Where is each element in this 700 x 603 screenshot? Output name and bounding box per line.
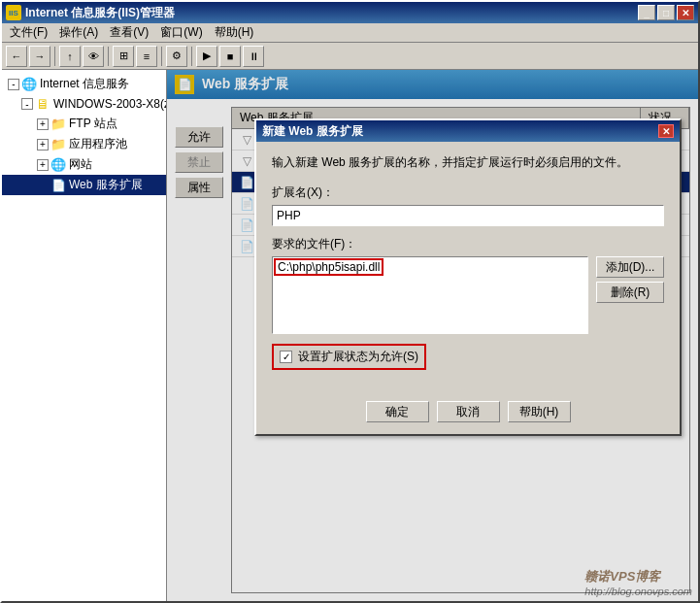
tree-webext[interactable]: 📄 Web 服务扩展 [2,175,166,195]
apppool-expand[interactable]: + [37,139,49,151]
checkbox-label: 设置扩展状态为允许(S) [298,349,418,365]
tree-website-label: 网站 [69,156,92,173]
tree-server[interactable]: - 🖥 WINDOWS-2003-X8(z [2,94,166,114]
show-hide-button[interactable]: 👁 [83,46,104,67]
files-label: 要求的文件(F)： [272,236,664,252]
new-extension-dialog: 新建 Web 服务扩展 ✕ 输入新建 Web 服务扩展的名称，并指定扩展运行时必… [254,118,682,436]
webext-icon: 📄 [50,178,66,193]
menu-action[interactable]: 操作(A) [53,24,104,42]
properties-button[interactable]: ⚙ [166,46,187,67]
root-expand[interactable]: - [8,79,19,90]
close-button[interactable]: ✕ [677,5,694,20]
dialog-body: 输入新建 Web 服务扩展的名称，并指定扩展运行时必须启用的文件。 扩展名(X)… [256,142,680,393]
tree-ftp-label: FTP 站点 [69,116,117,132]
minimize-button[interactable]: _ [638,5,655,20]
watermark-line1: 赣诺VPS博客 [584,568,692,586]
dialog-title-text: 新建 Web 服务扩展 [262,123,363,140]
tree-website[interactable]: + 🌐 网站 [2,154,166,175]
server-icon: 🖥 [35,96,50,112]
menu-bar: 文件(F) 操作(A) 查看(V) 窗口(W) 帮助(H) [2,23,698,43]
menu-help[interactable]: 帮助(H) [209,24,260,42]
view-button[interactable]: ⊞ [113,46,134,67]
watermark: 赣诺VPS博客 http://blog.onovps.com [584,568,692,597]
dialog-footer: 确定 取消 帮助(H) [256,393,680,434]
window-title: Internet 信息服务(IIS)管理器 [25,5,638,21]
server-expand[interactable]: - [21,98,33,110]
menu-view[interactable]: 查看(V) [104,24,154,42]
add-file-button[interactable]: 添加(D)... [596,256,664,278]
toolbar-sep-2 [108,47,109,66]
toolbar: ← → ↑ 👁 ⊞ ≡ ⚙ ▶ ■ ⏸ [2,43,698,70]
pause-button[interactable]: ⏸ [243,46,264,67]
maximize-button[interactable]: □ [657,5,675,20]
menu-file[interactable]: 文件(F) [4,24,53,42]
name-label: 扩展名(X)： [272,184,664,201]
right-panel: 📄 Web 服务扩展 允许 禁止 属性 Web 服务扩展 状况 [167,70,698,601]
tree-ftp[interactable]: + 📁 FTP 站点 [2,114,166,134]
stop-button[interactable]: ■ [219,46,241,67]
status-checkbox-row: ✓ 设置扩展状态为允许(S) [272,344,426,370]
main-window: IIS Internet 信息服务(IIS)管理器 _ □ ✕ 文件(F) 操作… [0,0,700,603]
tree-root[interactable]: - 🌐 Internet 信息服务 [2,74,166,94]
apppool-icon: 📁 [50,137,66,152]
help-button[interactable]: 帮助(H) [508,401,571,422]
dialog-description: 输入新建 Web 服务扩展的名称，并指定扩展运行时必须启用的文件。 [272,153,664,171]
file-list-buttons: 添加(D)... 删除(R) [596,256,664,334]
list-button[interactable]: ≡ [136,46,157,67]
dialog-overlay: 新建 Web 服务扩展 ✕ 输入新建 Web 服务扩展的名称，并指定扩展运行时必… [167,70,698,601]
tree-apppool[interactable]: + 📁 应用程序池 [2,134,166,154]
toolbar-sep-1 [54,47,55,66]
extension-name-input[interactable] [272,205,664,226]
ok-button[interactable]: 确定 [366,401,429,422]
dialog-title-bar: 新建 Web 服务扩展 ✕ [256,120,680,142]
menu-window[interactable]: 窗口(W) [154,24,208,42]
tree-root-label: Internet 信息服务 [40,76,129,92]
title-bar: IIS Internet 信息服务(IIS)管理器 _ □ ✕ [2,2,698,23]
status-checkbox[interactable]: ✓ [280,351,292,363]
toolbar-sep-4 [191,47,192,66]
toolbar-sep-3 [161,47,162,66]
ftp-expand[interactable]: + [37,118,49,130]
back-button[interactable]: ← [6,46,27,67]
app-icon: IIS [6,5,21,20]
dialog-close-button[interactable]: ✕ [658,124,674,138]
ftp-icon: 📁 [50,117,66,132]
website-expand[interactable]: + [37,159,49,171]
forward-button[interactable]: → [29,46,50,67]
tree-server-label: WINDOWS-2003-X8(z [53,97,167,111]
tree-panel: - 🌐 Internet 信息服务 - 🖥 WINDOWS-2003-X8(z … [2,70,167,601]
watermark-line2: http://blog.onovps.com [584,586,692,597]
remove-file-button[interactable]: 删除(R) [596,282,664,303]
run-button[interactable]: ▶ [196,46,217,67]
up-button[interactable]: ↑ [59,46,81,67]
content-area: - 🌐 Internet 信息服务 - 🖥 WINDOWS-2003-X8(z … [2,70,698,601]
tree-apppool-label: 应用程序池 [69,136,127,152]
website-icon: 🌐 [50,157,66,173]
file-list-area: C:\php\php5isapi.dll 添加(D)... 删除(R) [272,256,664,334]
file-list-box[interactable]: C:\php\php5isapi.dll [272,256,588,334]
root-icon: 🌐 [21,77,37,92]
window-controls: _ □ ✕ [638,5,694,20]
tree-webext-label: Web 服务扩展 [69,177,143,193]
file-entry[interactable]: C:\php\php5isapi.dll [276,260,382,274]
cancel-button[interactable]: 取消 [437,401,500,422]
